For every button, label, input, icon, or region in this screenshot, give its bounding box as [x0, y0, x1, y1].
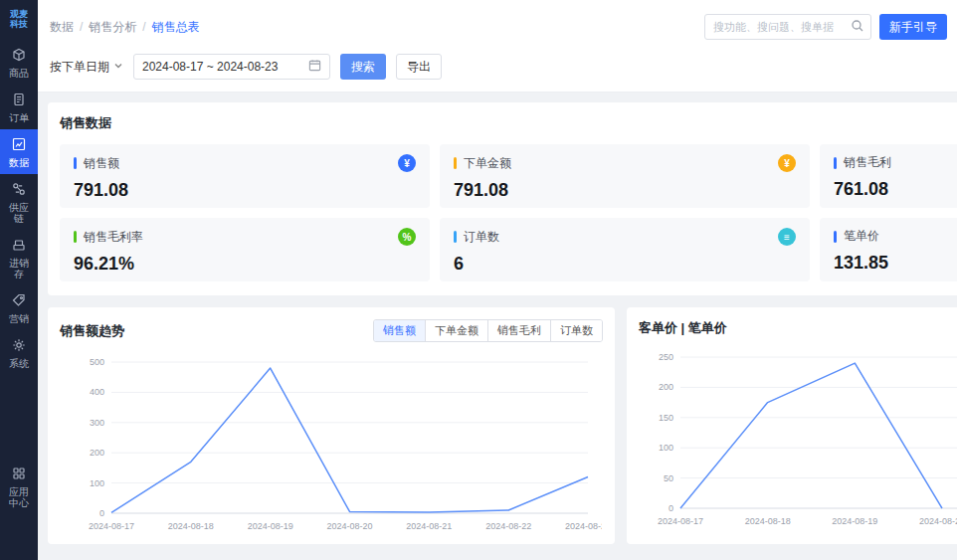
sidebar: 观麦科技 商品 订单 数据 供应链 [0, 0, 38, 560]
svg-text:2024-08-19: 2024-08-19 [248, 521, 293, 531]
stat-value: 131.85 [834, 253, 957, 274]
sales-data-panel: 销售数据 销售额 ¥ 791.08 下单金额 ¥ 791.08 [48, 102, 957, 295]
sidebar-item-app-center[interactable]: 应用中心 [0, 459, 38, 514]
stat-card-order-amount: 下单金额 ¥ 791.08 [440, 144, 810, 208]
page: 观麦科技 商品 订单 数据 供应链 [0, 0, 957, 560]
sidebar-item-data[interactable]: 数据 [0, 129, 38, 174]
export-button[interactable]: 导出 [396, 54, 442, 80]
stat-label: 订单数 [464, 229, 499, 246]
svg-text:2024-08-17: 2024-08-17 [658, 516, 703, 526]
stat-card-sales-amount: 销售额 ¥ 791.08 [60, 144, 430, 208]
svg-text:250: 250 [659, 352, 673, 362]
tab-order-amount[interactable]: 下单金额 [425, 320, 487, 341]
sidebar-item-label: 商品 [7, 68, 31, 79]
stat-label: 下单金额 [464, 155, 511, 172]
svg-text:2024-08-20: 2024-08-20 [326, 521, 372, 531]
sidebar-item-label: 应用中心 [7, 486, 31, 508]
sidebar-item-label: 进销存 [7, 258, 31, 280]
stat-value: 6 [454, 254, 796, 275]
sales-trend-card: 销售额趋势 销售额 下单金额 销售毛利 订单数 0100200300400500… [48, 307, 615, 544]
search-input[interactable] [713, 21, 851, 33]
document-icon [11, 92, 27, 109]
breadcrumb-item[interactable]: 数据 [50, 19, 74, 36]
svg-text:150: 150 [659, 413, 673, 423]
stat-value: 761.08 [834, 179, 957, 200]
date-type-dropdown[interactable]: 按下单日期 [50, 59, 123, 76]
stat-value: 96.21% [74, 254, 416, 275]
percent-icon: % [398, 228, 416, 246]
stat-label: 笔单价 [844, 228, 879, 245]
topbar-right: 新手引导 [704, 14, 947, 40]
stat-value: 791.08 [454, 180, 796, 201]
svg-text:100: 100 [659, 443, 673, 453]
chart-icon [11, 136, 27, 154]
chart-header: 客单价 | 笔单价 [639, 319, 957, 337]
accent-bar [454, 157, 457, 169]
gear-icon [11, 337, 27, 355]
svg-text:0: 0 [99, 508, 104, 518]
stat-label: 销售额 [84, 155, 119, 172]
sidebar-item-marketing[interactable]: 营销 [0, 285, 38, 330]
tab-order-count[interactable]: 订单数 [550, 320, 602, 341]
accent-bar [454, 231, 457, 243]
sidebar-item-inventory[interactable]: 进销存 [0, 230, 38, 285]
inventory-icon [11, 237, 27, 255]
breadcrumb-item-current: 销售总表 [152, 19, 200, 36]
sidebar-item-orders[interactable]: 订单 [0, 85, 38, 129]
tag-icon [11, 292, 27, 310]
svg-text:200: 200 [90, 448, 104, 458]
price-trend-card: 客单价 | 笔单价 0501001502002502024-08-172024-… [627, 307, 957, 544]
svg-text:400: 400 [90, 387, 104, 397]
tab-sales-amount[interactable]: 销售额 [374, 320, 425, 341]
svg-text:2024-08-17: 2024-08-17 [89, 521, 134, 531]
breadcrumb-item[interactable]: 销售分析 [89, 19, 136, 36]
sidebar-item-products[interactable]: 商品 [0, 40, 38, 85]
metric-tabs: 销售额 下单金额 销售毛利 订单数 [373, 319, 603, 342]
sales-trend-chart: 01002003004005002024-08-172024-08-182024… [60, 350, 602, 537]
search-button[interactable]: 搜索 [340, 54, 386, 80]
accent-bar [74, 157, 77, 169]
filter-bar: 按下单日期 2024-08-17 ~ 2024-08-23 搜索 导出 [38, 46, 957, 93]
sidebar-item-label: 订单 [7, 112, 31, 123]
sidebar-item-label: 系统 [7, 358, 31, 369]
svg-text:2024-08-21: 2024-08-21 [406, 521, 452, 531]
global-search[interactable] [704, 14, 871, 40]
stat-card-gross-margin: 销售毛利率 % 96.21% [60, 218, 430, 281]
list-icon: ≡ [778, 228, 796, 246]
logo[interactable]: 观麦科技 [6, 9, 32, 30]
svg-text:300: 300 [90, 418, 104, 428]
content: 销售数据 销售额 ¥ 791.08 下单金额 ¥ 791.08 [38, 93, 957, 560]
tab-gross-profit[interactable]: 销售毛利 [487, 320, 550, 341]
stat-card-per-order-price: 笔单价 131.85 [820, 218, 957, 281]
breadcrumb-separator [80, 20, 83, 34]
stat-label: 销售毛利率 [84, 229, 143, 246]
stat-value: 791.08 [74, 180, 416, 201]
yuan-icon: ¥ [398, 154, 416, 172]
guide-button[interactable]: 新手引导 [879, 14, 947, 40]
svg-text:2024-08-19: 2024-08-19 [832, 516, 877, 526]
stats-grid: 销售额 ¥ 791.08 下单金额 ¥ 791.08 销售毛利 [60, 144, 957, 281]
panel-title: 销售数据 [60, 114, 957, 132]
topbar: 数据 销售分析 销售总表 新手引导 [38, 0, 957, 46]
svg-text:50: 50 [664, 473, 673, 483]
calendar-icon [308, 59, 321, 75]
app-grid-icon [11, 466, 27, 483]
box-icon [11, 47, 27, 65]
charts-row: 销售额趋势 销售额 下单金额 销售毛利 订单数 0100200300400500… [48, 307, 947, 544]
svg-text:2024-08-18: 2024-08-18 [168, 521, 214, 531]
date-type-label: 按下单日期 [50, 59, 109, 76]
svg-text:500: 500 [90, 357, 104, 367]
sidebar-item-system[interactable]: 系统 [0, 330, 38, 375]
date-range-input[interactable]: 2024-08-17 ~ 2024-08-23 [133, 54, 330, 80]
accent-bar [834, 231, 837, 243]
search-icon[interactable] [851, 19, 864, 36]
accent-bar [834, 157, 837, 169]
date-range-value: 2024-08-17 ~ 2024-08-23 [142, 60, 278, 74]
chevron-down-icon [113, 60, 123, 74]
coin-icon: ¥ [778, 154, 796, 172]
sidebar-item-supply-chain[interactable]: 供应链 [0, 174, 38, 230]
stat-card-order-count: 订单数 ≡ 6 [440, 218, 810, 281]
svg-text:2024-08-22: 2024-08-22 [485, 521, 531, 531]
stat-card-gross-profit: 销售毛利 761.08 [820, 144, 957, 208]
svg-text:2024-08-23: 2024-08-23 [565, 521, 602, 531]
